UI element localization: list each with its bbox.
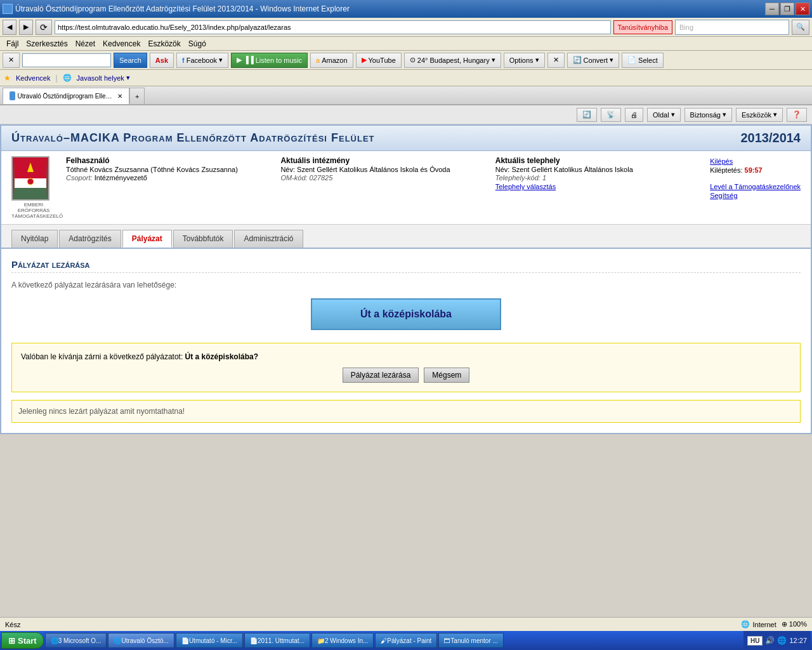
favorites-star-icon: ★ — [4, 74, 11, 83]
letter-link[interactable]: Levél a Támogatáskezelőnek — [710, 183, 801, 190]
tab-tovabbfutok[interactable]: Továbbfutók — [173, 230, 233, 248]
tab-nyitolap[interactable]: Nyitólap — [11, 230, 58, 248]
secondary-nav-bar: 🔄 📡 🖨 Oldal ▾ Biztonság ▾ Eszközök ▾ ❓ — [0, 105, 812, 124]
coat-label: EMBERI ERŐFORRÁS TÁMOGATÁSKEZELŐ — [11, 202, 56, 219]
institution-om: OM-kód: 027825 — [280, 174, 332, 182]
amazon-btn[interactable]: a Amazon — [310, 53, 353, 68]
page-header-title: Útravaló–MACIKA Program Ellenőrzött Adat… — [11, 131, 375, 145]
address-input[interactable] — [55, 20, 611, 34]
favorites-item[interactable]: Kedvencek — [16, 74, 50, 82]
tab-bar: Útravaló Ösztöndíjprogram Ellenőrzött Ad… — [0, 86, 812, 105]
close-application-btn[interactable]: Pályázat lezárása — [343, 368, 419, 383]
bing-search-btn[interactable]: 🔍 — [792, 20, 809, 35]
language-badge[interactable]: HU — [747, 636, 763, 646]
logout-link[interactable]: Kilépés — [710, 157, 801, 165]
refresh-button[interactable]: ⟳ — [36, 20, 52, 35]
nav-refresh-btn[interactable]: 🔄 — [577, 108, 597, 122]
taskbar-item-5[interactable]: 🖌 Pályázat - Paint — [375, 633, 437, 648]
address-bar: ◀ ▶ ⟳ Tanúsítványhiba Bing 🔍 — [0, 18, 812, 37]
taskbar-icon-word2: 📄 — [250, 637, 258, 644]
cancel-btn[interactable]: Mégsem — [424, 368, 469, 383]
start-button[interactable]: ⊞ Start — [1, 632, 44, 649]
logout-timer: Kiléptetés: 59:57 — [710, 166, 801, 174]
start-label: Start — [18, 636, 37, 646]
close-toolbar-btn[interactable]: ✕ — [3, 53, 20, 68]
coat-image — [11, 156, 49, 201]
taskbar-right: HU 🔊 🌐 12:27 — [743, 631, 811, 650]
menu-edit[interactable]: Szerkesztés — [22, 38, 71, 50]
svg-rect-2 — [15, 188, 46, 197]
back-button[interactable]: ◀ — [3, 20, 16, 35]
svg-point-4 — [27, 178, 34, 185]
convert-close-btn[interactable]: ✕ — [547, 53, 565, 68]
intro-text: A következő pályázat lezárására van lehe… — [11, 281, 801, 289]
tab-close-icon[interactable]: ✕ — [117, 93, 122, 100]
warning-box: Valóban le kívánja zárni a következő pál… — [11, 343, 801, 392]
taskbar-item-2[interactable]: 📄 Útmutató - Micr... — [176, 633, 243, 648]
window-icon — [3, 4, 13, 14]
user-info: Felhasználó Tóthné Kovács Zsuzsanna (Tót… — [66, 156, 270, 182]
listen-music-btn[interactable]: ▶ ▐▐ Listen to music — [231, 53, 308, 68]
menu-tools[interactable]: Eszközök — [144, 38, 184, 50]
taskbar-item-6[interactable]: 🗔 Tanuló mentor ... — [438, 633, 503, 648]
location-change-link[interactable]: Telephely választás — [495, 183, 700, 190]
location-label: Aktuális telephely — [495, 156, 700, 165]
menu-help[interactable]: Súgó — [185, 38, 210, 50]
menu-file[interactable]: Fájl — [3, 38, 22, 50]
suggested-places-item[interactable]: Javasolt helyek ▾ — [77, 74, 130, 82]
ask-btn[interactable]: Ask — [150, 53, 174, 68]
menu-view[interactable]: Nézet — [72, 38, 99, 50]
select-btn[interactable]: 📄 Select — [622, 53, 664, 68]
search-bing-input[interactable]: Bing — [675, 20, 789, 35]
taskbar-item-4[interactable]: 📁 2 Windows In... — [311, 633, 374, 648]
taskbar-item-0[interactable]: 🌐 3 Microsoft O... — [45, 633, 107, 648]
main-content: Útravaló–MACIKA Program Ellenőrzött Adat… — [0, 124, 812, 434]
windows-flag-icon: ⊞ — [8, 636, 15, 646]
page-header-year: 2013/2014 — [740, 131, 801, 145]
facebook-btn[interactable]: f Facebook ▾ — [176, 53, 228, 68]
tab-adatrogzites[interactable]: Adatrögzítés — [59, 230, 121, 248]
ie-icon: 🌐 — [63, 74, 72, 82]
active-browser-tab[interactable]: Útravaló Ösztöndíjprogram Ellenőrzött Ad… — [3, 88, 129, 104]
warning-program-name: Út a középiskolába? — [185, 352, 258, 361]
convert-btn[interactable]: 🔄 Convert ▾ — [567, 53, 620, 68]
tab-label: Útravaló Ösztöndíjprogram Ellenőrzött Ad… — [18, 93, 113, 100]
nav-print-btn[interactable]: 🖨 — [625, 108, 643, 122]
nav-help-btn[interactable]: ❓ — [787, 108, 807, 122]
restore-button[interactable]: ❐ — [780, 3, 794, 15]
taskbar-item-1[interactable]: 🌐 Útravaló Ösztö... — [108, 633, 174, 648]
taskbar-icon-ie: 🌐 — [51, 637, 58, 644]
location-name: Név: Szent Gellért Katolikus Általános I… — [495, 166, 700, 173]
no-closed-text: Jelenleg nincs lezárt pályázat amit nyom… — [18, 407, 185, 416]
nav-page-btn[interactable]: Oldal ▾ — [647, 108, 681, 122]
forward-button[interactable]: ▶ — [19, 20, 33, 35]
options-btn[interactable]: Options ▾ — [504, 53, 545, 68]
nav-security-btn[interactable]: Biztonság ▾ — [684, 108, 732, 122]
page-header: Útravaló–MACIKA Program Ellenőrzött Adat… — [1, 126, 811, 151]
search-input[interactable] — [22, 53, 111, 67]
nav-rss-btn[interactable]: 📡 — [601, 108, 621, 122]
favorites-bar: ★ Kedvencek | 🌐 Javasolt helyek ▾ — [0, 70, 812, 86]
section-title: Pályázat lezárása — [11, 259, 801, 273]
program-button[interactable]: Út a középiskolába — [311, 298, 501, 330]
internet-globe-icon: 🌐 — [741, 620, 750, 628]
weather-btn[interactable]: ⊙ 24° Budapest, Hungary ▾ — [404, 53, 501, 68]
search-button[interactable]: Search — [114, 53, 147, 68]
nav-tabs: Nyitólap Adatrögzítés Pályázat Továbbfut… — [1, 225, 811, 249]
user-group-label: Csoport: — [66, 174, 93, 182]
status-text: Kész — [5, 621, 20, 628]
taskbar: ⊞ Start 🌐 3 Microsoft O... 🌐 Útravaló Ös… — [0, 631, 812, 650]
tab-palyazat[interactable]: Pályázat — [122, 230, 172, 248]
minimize-button[interactable]: ─ — [765, 3, 779, 15]
close-button[interactable]: ✕ — [796, 3, 809, 15]
taskbar-icon-paint: 🖌 — [381, 637, 387, 644]
new-tab-button[interactable]: + — [129, 88, 145, 104]
tab-adminisztracio[interactable]: Adminisztráció — [234, 230, 303, 248]
menu-favorites[interactable]: Kedvencek — [99, 38, 144, 50]
nav-tools-btn[interactable]: Eszközök ▾ — [736, 108, 783, 122]
coat-of-arms: EMBERI ERŐFORRÁS TÁMOGATÁSKEZELŐ — [11, 156, 56, 219]
taskbar-item-3[interactable]: 📄 2011. Úttmutat... — [244, 633, 310, 648]
youtube-btn[interactable]: ▶ YouTube — [356, 53, 402, 68]
cert-warning[interactable]: Tanúsítványhiba — [613, 20, 673, 34]
help-link[interactable]: Segítség — [710, 192, 801, 199]
